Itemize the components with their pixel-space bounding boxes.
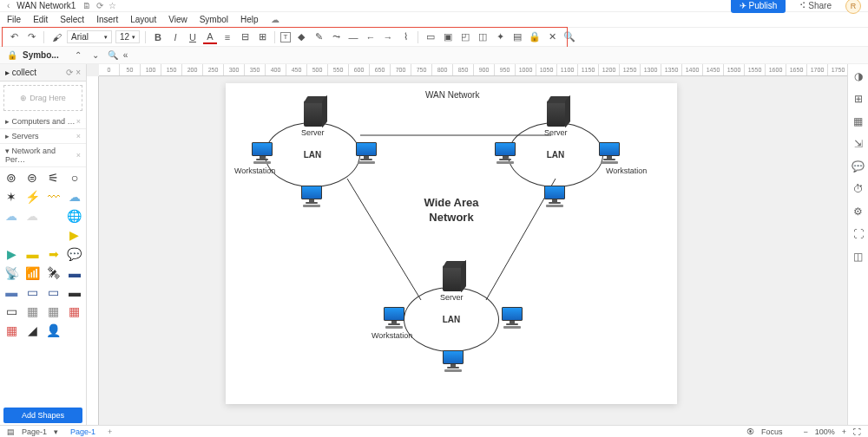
lock-icon[interactable]: 🔒 <box>7 50 17 60</box>
shape-wave[interactable]: 〰 <box>44 188 63 205</box>
history-icon[interactable]: ⟳ <box>96 1 103 10</box>
workstation-1b[interactable] <box>354 142 378 163</box>
page-tab-1[interactable]: Page-1 <box>65 427 101 436</box>
shape-rack2[interactable]: ▦ <box>44 303 63 320</box>
shape-blank2[interactable] <box>2 226 21 244</box>
shape-tri1[interactable]: ▶ <box>65 226 84 244</box>
target-icon[interactable]: ⦿ <box>746 427 754 436</box>
shape-blank4[interactable] <box>44 226 63 244</box>
zoom-in-button[interactable]: + <box>842 427 846 436</box>
line-style-button[interactable]: — <box>346 30 360 44</box>
image-button[interactable]: ▣ <box>441 30 455 44</box>
undo-button[interactable]: ↶ <box>7 30 21 44</box>
container-button[interactable]: ◰ <box>458 30 472 44</box>
shape-oval-grid[interactable]: ⊜ <box>23 169 42 186</box>
shape-blank1[interactable] <box>44 207 63 225</box>
section-network[interactable]: ▾ Network and Per…× <box>0 144 86 167</box>
shape-rack1[interactable]: ▦ <box>23 303 42 320</box>
bold-button[interactable]: B <box>151 30 165 44</box>
connector-button[interactable]: ⤳ <box>329 30 343 44</box>
shape-firewall1[interactable]: ▦ <box>65 303 84 320</box>
menu-edit[interactable]: Edit <box>33 15 48 24</box>
shape-star[interactable]: ✶ <box>2 188 21 205</box>
zoom-out-button[interactable]: − <box>803 427 807 436</box>
shape-globe[interactable]: 🌐 <box>65 207 84 225</box>
theme-icon[interactable]: ◑ <box>848 69 868 83</box>
sidebar-tab-collect[interactable]: ▸ collect ⟳× <box>0 64 86 82</box>
fill-button[interactable]: ◆ <box>294 30 308 44</box>
shape-person[interactable]: 👤 <box>44 322 63 339</box>
pages-icon[interactable]: ▤ <box>7 427 15 436</box>
shape-modem[interactable]: ▬ <box>65 284 84 301</box>
back-button[interactable]: ‹ <box>7 1 10 10</box>
shape-hub[interactable]: ▭ <box>2 303 21 320</box>
server-2[interactable] <box>547 101 566 127</box>
comment-icon[interactable]: 💬 <box>848 160 868 173</box>
shape-cloud1[interactable]: ☁ <box>65 188 84 205</box>
search-button[interactable]: 🔍 <box>562 30 576 44</box>
shape-cloud2[interactable]: ☁ <box>2 207 21 225</box>
drag-here-area[interactable]: ⊕ Drag Here <box>3 85 82 111</box>
shape-callout[interactable]: 💬 <box>65 245 84 263</box>
add-shapes-button[interactable]: Add Shapes <box>3 408 82 423</box>
zoom-level[interactable]: 100% <box>815 427 835 436</box>
redo-button[interactable]: ↷ <box>24 30 38 44</box>
shape-ring[interactable]: ⊚ <box>2 169 21 186</box>
menu-view[interactable]: View <box>168 15 187 24</box>
shape-button[interactable]: ▭ <box>424 30 437 44</box>
help-panel-icon[interactable]: ◫ <box>848 250 868 264</box>
format-painter-button[interactable]: 🖌 <box>49 30 63 44</box>
workstation-3c[interactable] <box>441 350 465 371</box>
shape-arrow[interactable]: ➡ <box>44 245 63 263</box>
menu-symbol[interactable]: Symbol <box>200 15 228 24</box>
focus-label[interactable]: Focus <box>761 427 783 436</box>
lock-button[interactable]: 🔒 <box>528 30 542 44</box>
line-jump-button[interactable]: ⌇ <box>398 30 412 44</box>
fit-icon[interactable]: ⛶ <box>853 427 861 436</box>
grid-icon[interactable]: ⊞ <box>848 92 868 106</box>
shape-blank3[interactable] <box>23 226 42 244</box>
align-v-button[interactable]: ⊞ <box>255 30 269 44</box>
avatar[interactable]: R <box>845 0 861 14</box>
layers-icon[interactable]: ▦ <box>848 114 868 128</box>
shape-bolt[interactable]: ⚡ <box>23 188 42 205</box>
arrow-end-button[interactable]: → <box>381 30 395 44</box>
publish-button[interactable]: ✈ Publish <box>731 0 786 13</box>
shape-dish[interactable]: 🛰 <box>44 264 63 282</box>
align-button[interactable]: ≡ <box>220 30 234 44</box>
menu-select[interactable]: Select <box>60 15 84 24</box>
canvas-area[interactable]: 0501001502002503003504004505005506006507… <box>87 64 847 425</box>
workstation-2a[interactable] <box>493 142 517 163</box>
shape-satellite[interactable]: 📡 <box>2 264 21 282</box>
page-dropdown[interactable]: ▾ <box>54 427 58 436</box>
section-servers[interactable]: ▸ Servers× <box>0 129 86 144</box>
arrow-start-button[interactable]: ← <box>364 30 378 44</box>
menu-help[interactable]: Help <box>240 15 259 24</box>
star-icon[interactable]: ☆ <box>108 1 116 10</box>
underline-button[interactable]: U <box>186 30 200 44</box>
shape-tri2[interactable]: ▶ <box>2 245 21 263</box>
shape-antenna[interactable]: 📶 <box>23 264 42 282</box>
menu-insert[interactable]: Insert <box>96 15 118 24</box>
export-icon[interactable]: ⇲ <box>848 137 868 151</box>
align-h-button[interactable]: ⊟ <box>238 30 252 44</box>
shape-circle[interactable]: ○ <box>65 169 84 186</box>
pen-tool-button[interactable]: ✎ <box>312 30 326 44</box>
section-computers[interactable]: ▸ Computers and …× <box>0 114 86 129</box>
shape-blank7[interactable] <box>23 341 42 358</box>
add-page-button[interactable]: + <box>108 427 112 436</box>
workstation-2b[interactable] <box>597 142 621 163</box>
settings-panel-icon[interactable]: ⚙ <box>848 205 868 218</box>
menu-file[interactable]: File <box>7 15 21 24</box>
shape-flash[interactable]: ⚟ <box>44 169 63 186</box>
workstation-3a[interactable] <box>382 307 406 328</box>
close-icon[interactable]: × <box>76 68 81 77</box>
chart-button[interactable]: ◫ <box>476 30 490 44</box>
server-1[interactable] <box>304 101 323 127</box>
history-panel-icon[interactable]: ⏱ <box>848 182 868 196</box>
workstation-1a[interactable] <box>250 142 274 163</box>
layers-button[interactable]: ▤ <box>510 30 524 44</box>
server-3[interactable] <box>443 265 462 291</box>
collapse-icon[interactable]: « <box>123 50 128 60</box>
cloud-icon[interactable]: ☁ <box>271 15 279 24</box>
